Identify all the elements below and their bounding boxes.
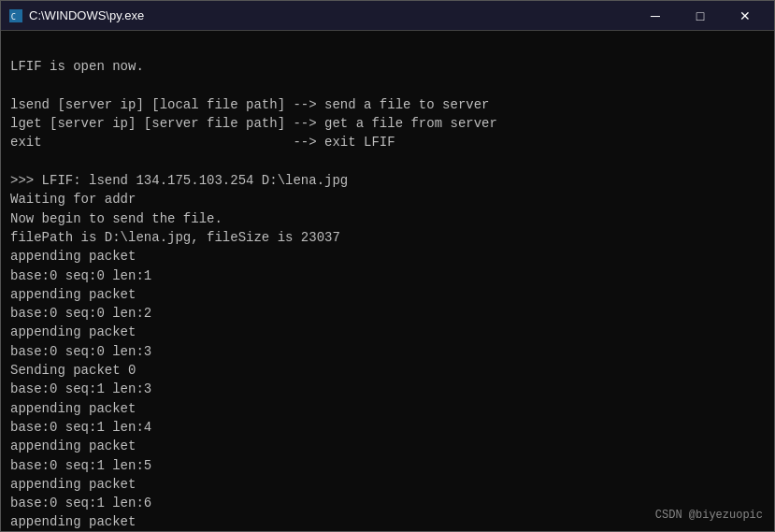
window: C C:\WINDOWS\py.exe ─ □ ✕ LFIF is open n… — [0, 0, 775, 532]
minimize-button[interactable]: ─ — [634, 3, 677, 29]
console-output: LFIF is open now. lsend [server ip] [loc… — [10, 38, 765, 531]
app-icon: C — [8, 8, 23, 23]
window-title: C:\WINDOWS\py.exe — [29, 8, 634, 22]
title-bar: C C:\WINDOWS\py.exe ─ □ ✕ — [1, 1, 774, 31]
maximize-button[interactable]: □ — [679, 3, 722, 29]
window-controls: ─ □ ✕ — [634, 3, 767, 29]
close-button[interactable]: ✕ — [724, 3, 767, 29]
watermark: CSDN @biyezuopic — [655, 509, 763, 522]
console-body: LFIF is open now. lsend [server ip] [loc… — [1, 31, 774, 531]
svg-text:C: C — [11, 11, 16, 21]
